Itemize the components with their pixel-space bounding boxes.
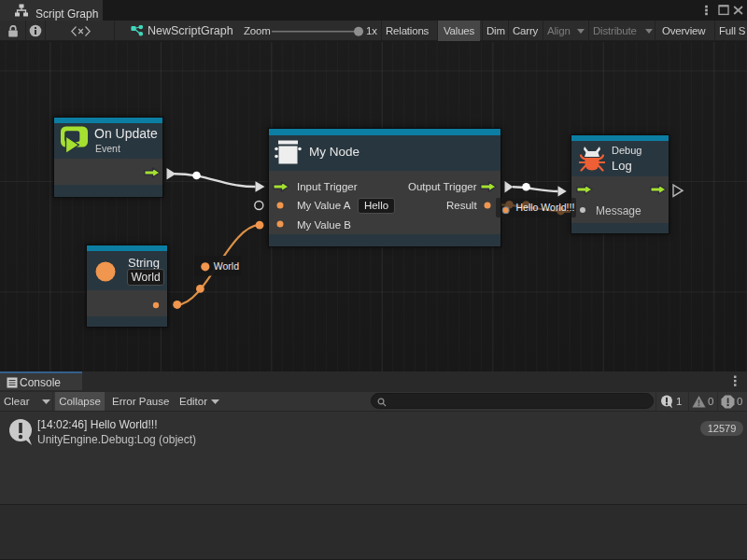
svg-text:Hello World!!!: Hello World!!! <box>516 202 575 213</box>
svg-text:World: World <box>214 260 239 272</box>
